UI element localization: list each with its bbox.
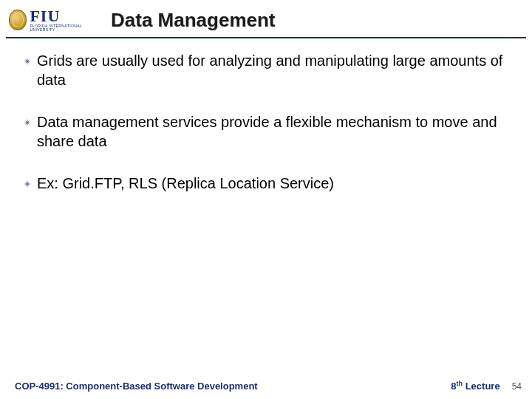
bullet-text: Ex: Grid.FTP, RLS (Replica Location Serv…: [37, 174, 334, 194]
slide-title: Data Management: [111, 9, 276, 32]
footer: COP-4991: Component-Based Software Devel…: [15, 380, 522, 392]
logo-fullname: FLORIDA INTERNATIONAL UNIVERSITY: [30, 24, 98, 32]
lecture-number: 8: [451, 381, 456, 392]
university-logo: FIU FLORIDA INTERNATIONAL UNIVERSITY: [9, 6, 98, 34]
bullet-text: Data management services provide a flexi…: [37, 113, 514, 151]
bullet-text: Grids are usually used for analyzing and…: [37, 52, 514, 89]
seal-icon: [9, 10, 27, 30]
logo-acronym: FIU: [30, 8, 98, 24]
star-bullet-icon: [18, 52, 37, 66]
header-bar: FIU FLORIDA INTERNATIONAL UNIVERSITY Dat…: [6, 3, 526, 38]
bullet-item: Grids are usually used for analyzing and…: [18, 52, 514, 89]
lecture-label: 8th Lecture: [451, 380, 499, 392]
bullet-item: Data management services provide a flexi…: [18, 113, 514, 151]
star-bullet-icon: [18, 113, 37, 128]
lecture-word: Lecture: [463, 381, 500, 392]
lecture-ordinal: th: [457, 380, 463, 387]
logo-text: FIU FLORIDA INTERNATIONAL UNIVERSITY: [30, 8, 98, 32]
page-number: 54: [512, 381, 522, 392]
star-bullet-icon: [18, 174, 37, 189]
slide: FIU FLORIDA INTERNATIONAL UNIVERSITY Dat…: [0, 0, 532, 399]
course-label: COP-4991: Component-Based Software Devel…: [15, 381, 258, 392]
footer-right: 8th Lecture 54: [451, 380, 522, 392]
bullet-item: Ex: Grid.FTP, RLS (Replica Location Serv…: [18, 174, 514, 194]
slide-body: Grids are usually used for analyzing and…: [18, 52, 514, 217]
